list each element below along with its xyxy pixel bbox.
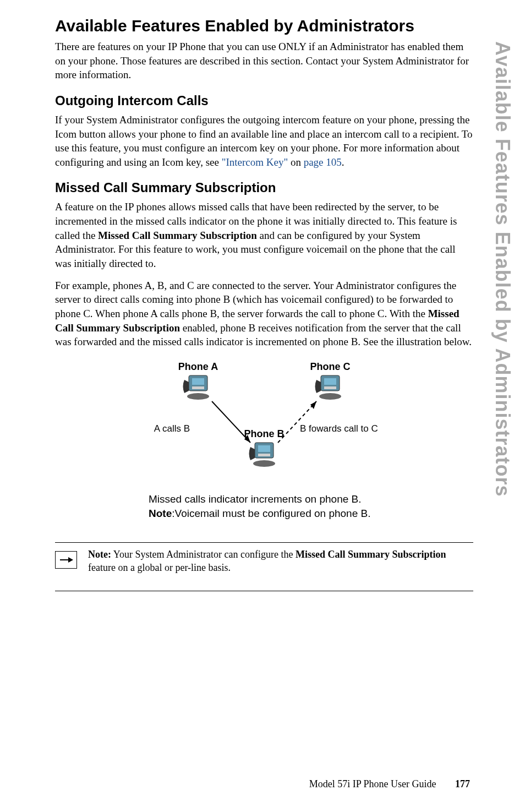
caption-line-1: Missed calls indicator increments on pho… [149,492,402,506]
note-section: Note: Your System Administrator can conf… [55,542,473,591]
outgoing-intercom-paragraph: If your System Administrator configures … [55,113,473,170]
page-link[interactable]: page 105 [304,156,342,168]
note-body: feature on a global or per-line basis. [88,562,231,573]
svg-marker-13 [310,401,316,409]
main-heading: Available Features Enabled by Administra… [55,17,473,35]
call-forward-diagram: Phone A Phone C Phone B [127,360,402,487]
svg-rect-1 [192,378,204,385]
note-label: Note [149,508,172,519]
arrow-b-to-c [278,401,316,443]
arrow-a-to-b [212,401,250,443]
missed-call-paragraph-1: A feature on the IP phones allows missed… [55,200,473,270]
page-number: 177 [455,778,470,789]
bold-term: Missed Call Summary Subscription [98,230,257,241]
svg-rect-2 [192,386,204,389]
diagram-container: Phone A Phone C Phone B [127,360,402,520]
svg-marker-15 [68,557,73,563]
a-calls-b-label: A calls B [154,423,190,434]
note-label: Note: [88,549,111,560]
content-area: Available Features Enabled by Administra… [55,17,473,591]
svg-point-3 [187,393,209,400]
phone-b-icon [249,443,276,467]
note-text: Note: Your System Administrator can conf… [88,548,473,574]
phone-b-label: Phone B [244,428,284,439]
missed-call-heading: Missed Call Summary Subscription [55,180,473,195]
caption-text: :Voicemail must be configured on phone B… [172,508,370,519]
svg-point-11 [253,460,275,467]
svg-point-7 [319,393,341,400]
note-body: Your System Administrator can configure … [111,549,296,560]
note-bold-term: Missed Call Summary Subscription [296,549,446,560]
text-span: on [288,156,304,168]
phone-c-label: Phone C [310,361,350,372]
phone-a-label: Phone A [178,361,218,372]
note-arrow-icon [55,551,77,569]
outgoing-intercom-heading: Outgoing Intercom Calls [55,93,473,108]
svg-rect-9 [258,445,270,452]
phone-a-icon [183,375,210,400]
caption-line-2: Note:Voicemail must be configured on pho… [149,506,402,521]
b-forwards-label: B fowards call to C [300,423,378,434]
phone-c-icon [315,375,342,400]
side-tab-title: Available Features Enabled by Administra… [491,41,514,497]
missed-call-paragraph-2: For example, phones A, B, and C are conn… [55,279,473,349]
guide-title: Model 57i IP Phone User Guide [309,778,436,789]
page-footer: Model 57i IP Phone User Guide 177 [309,778,470,790]
svg-rect-5 [324,378,336,385]
text-span: . [342,156,344,168]
text-span: For example, phones A, B, and C are conn… [55,280,456,319]
intro-paragraph: There are features on your IP Phone that… [55,40,473,82]
svg-rect-10 [258,454,270,456]
intercom-key-link[interactable]: "Intercom Key" [222,156,288,168]
diagram-caption: Missed calls indicator increments on pho… [149,492,402,520]
svg-rect-6 [324,386,336,389]
